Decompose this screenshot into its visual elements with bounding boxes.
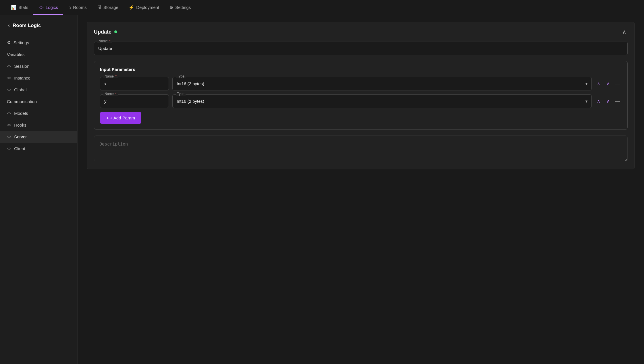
sidebar-item-session[interactable]: <> Session (0, 60, 77, 72)
param-y-name-field: Name * y (100, 94, 169, 108)
gear-icon: ⚙ (169, 5, 173, 10)
param-x-name-input[interactable]: x (100, 77, 169, 90)
sidebar: ‹ Room Logic ⚙ Settings Variables <> Ses… (0, 15, 78, 364)
hooks-code-icon: <> (7, 123, 11, 127)
update-panel-title: Update (94, 29, 117, 35)
param-x-actions: ∧ ∨ — (595, 79, 622, 88)
nav-item-logics[interactable]: <> Logics (33, 0, 63, 15)
input-params-title: Input Parameters (100, 67, 622, 72)
param-y-type-label: Type (176, 92, 186, 96)
server-code-icon: <> (7, 135, 11, 139)
param-x-remove-button[interactable]: — (614, 80, 622, 88)
name-input[interactable]: Update (94, 42, 628, 55)
code-icon: <> (38, 5, 44, 10)
param-y-type-select[interactable]: Int8 (1 byte) Int16 (2 bytes) Int32 (4 b… (172, 94, 592, 108)
param-row-x: Name * x Type Int8 (1 byte) Int16 (2 byt… (100, 77, 622, 90)
param-x-type-select[interactable]: Int8 (1 byte) Int16 (2 bytes) Int32 (4 b… (172, 77, 592, 90)
param-y-move-up-button[interactable]: ∧ (595, 97, 602, 106)
sidebar-item-global[interactable]: <> Global (0, 84, 77, 96)
param-x-name-field: Name * x (100, 77, 169, 90)
param-y-actions: ∧ ∨ — (595, 97, 622, 106)
param-y-remove-button[interactable]: — (614, 97, 622, 106)
name-field: Name * Update (94, 42, 628, 55)
sidebar-item-client[interactable]: <> Client (0, 143, 77, 154)
input-params-section: Input Parameters Name * x Type (94, 61, 628, 130)
sidebar-item-communication[interactable]: Communication (0, 96, 77, 107)
client-code-icon: <> (7, 146, 11, 151)
param-y-name-input[interactable]: y (100, 94, 169, 108)
database-icon: 🗄 (97, 5, 101, 10)
param-x-type-field: Type Int8 (1 byte) Int16 (2 bytes) Int32… (172, 77, 592, 90)
breadcrumb: ‹ Room Logic (0, 17, 77, 34)
sidebar-item-hooks[interactable]: <> Hooks (0, 119, 77, 131)
param-x-type-select-wrapper: Int8 (1 byte) Int16 (2 bytes) Int32 (4 b… (172, 77, 592, 90)
sidebar-section: ⚙ Settings Variables <> Session <> Insta… (0, 34, 77, 157)
sidebar-item-variables[interactable]: Variables (0, 49, 77, 60)
models-code-icon: <> (7, 111, 11, 115)
add-param-button[interactable]: + + Add Param (100, 112, 141, 124)
instance-code-icon: <> (7, 76, 11, 80)
description-textarea[interactable] (94, 135, 628, 161)
param-x-type-label: Type (176, 74, 186, 78)
update-panel-body: Name * Update Input Parameters Name * (87, 42, 635, 169)
update-panel: Update ∧ Name * Update Inpu (87, 22, 635, 169)
name-label: Name * (97, 39, 112, 43)
param-row-y: Name * y Type Int8 (1 byte) Int16 (2 byt… (100, 94, 622, 108)
sidebar-item-models[interactable]: <> Models (0, 107, 77, 119)
page-title: Room Logic (13, 23, 41, 28)
top-nav: 📊 Stats <> Logics ⌂ Rooms 🗄 Storage ⚡ De… (0, 0, 644, 15)
global-code-icon: <> (7, 88, 11, 92)
nav-item-deployment[interactable]: ⚡ Deployment (124, 0, 164, 15)
nav-item-settings[interactable]: ⚙ Settings (164, 0, 196, 15)
param-y-name-label: Name * (103, 92, 118, 96)
session-code-icon: <> (7, 64, 11, 68)
sidebar-item-instance[interactable]: <> Instance (0, 72, 77, 84)
param-y-type-select-wrapper: Int8 (1 byte) Int16 (2 bytes) Int32 (4 b… (172, 94, 592, 108)
settings-gear-icon: ⚙ (7, 40, 11, 45)
description-field (94, 135, 628, 162)
back-button[interactable]: ‹ (8, 22, 10, 28)
param-x-move-up-button[interactable]: ∧ (595, 79, 602, 88)
main-layout: ‹ Room Logic ⚙ Settings Variables <> Ses… (0, 15, 644, 364)
param-x-move-down-button[interactable]: ∨ (604, 79, 611, 88)
bar-chart-icon: 📊 (11, 5, 16, 10)
nav-item-storage[interactable]: 🗄 Storage (92, 0, 124, 15)
home-icon: ⌂ (68, 5, 71, 10)
nav-item-rooms[interactable]: ⌂ Rooms (63, 0, 92, 15)
update-panel-header: Update ∧ (87, 22, 635, 42)
param-y-move-down-button[interactable]: ∨ (604, 97, 611, 106)
nav-item-stats[interactable]: 📊 Stats (6, 0, 33, 15)
status-indicator (114, 30, 117, 33)
lightning-icon: ⚡ (129, 5, 134, 10)
param-y-type-field: Type Int8 (1 byte) Int16 (2 bytes) Int32… (172, 94, 592, 108)
collapse-button[interactable]: ∧ (621, 27, 628, 36)
sidebar-item-settings[interactable]: ⚙ Settings (0, 36, 77, 49)
param-x-name-label: Name * (103, 74, 118, 78)
main-content: Update ∧ Name * Update Inpu (78, 15, 644, 364)
sidebar-item-server[interactable]: <> Server (0, 131, 77, 143)
plus-icon: + (106, 115, 109, 120)
